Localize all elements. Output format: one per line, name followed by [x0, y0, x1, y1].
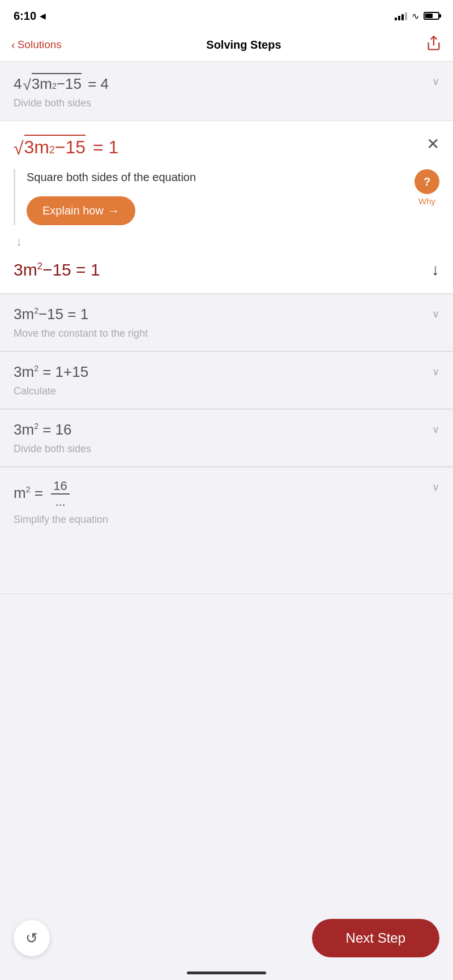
- status-time: 6:10: [14, 10, 36, 23]
- undo-button[interactable]: ↺: [14, 920, 50, 956]
- chevron-down-icon-2: ∨: [432, 308, 439, 320]
- explanation-area: Square both sides of the equation Explai…: [14, 169, 439, 225]
- step-equation-0: 4 √ 3m2−15 = 4: [14, 73, 425, 93]
- step-equation-5: m2 = 16 ...: [14, 479, 425, 509]
- back-chevron-icon: ‹: [11, 38, 15, 51]
- step-item-3[interactable]: 3m2 = 1+15 Calculate ∨: [0, 352, 453, 409]
- step-desc-5: Simplify the equation: [14, 514, 425, 526]
- home-indicator: [187, 972, 266, 974]
- explanation-text: Square both sides of the equation: [27, 169, 405, 185]
- explain-how-button[interactable]: Explain how →: [27, 196, 135, 225]
- result-equation: 3m2−15 = 1: [14, 260, 100, 280]
- step-desc-2: Move the constant to the right: [14, 328, 425, 339]
- step-item-4[interactable]: 3m2 = 16 Divide both sides ∨: [0, 410, 453, 467]
- step-equation-3: 3m2 = 1+15: [14, 363, 425, 381]
- step-item-5[interactable]: m2 = 16 ... Simplify the equation ∨: [0, 467, 453, 594]
- explain-how-label: Explain how: [42, 204, 104, 217]
- arrow-down-container: ↓: [14, 225, 439, 258]
- back-label: Solutions: [18, 38, 62, 51]
- step-desc-4: Divide both sides: [14, 443, 425, 455]
- step-content-5: m2 = 16 ... Simplify the equation: [14, 479, 425, 526]
- step-desc-3: Calculate: [14, 385, 425, 397]
- undo-icon: ↺: [25, 930, 38, 947]
- step-equation-4: 3m2 = 16: [14, 421, 425, 439]
- nav-header: ‹ Solutions Solving Steps: [0, 28, 453, 62]
- step-item-0[interactable]: 4 √ 3m2−15 = 4 Divide both sides ∨: [0, 62, 453, 121]
- step-content-0: 4 √ 3m2−15 = 4 Divide both sides: [14, 73, 425, 109]
- wifi-icon: ∿: [412, 11, 419, 22]
- next-step-label: Next Step: [346, 930, 405, 945]
- page-title: Solving Steps: [206, 38, 281, 51]
- why-button[interactable]: ? Why: [414, 169, 439, 225]
- step-content-3: 3m2 = 1+15 Calculate: [14, 363, 425, 397]
- location-icon: ◀: [40, 11, 46, 20]
- chevron-down-icon-0: ∨: [432, 75, 439, 88]
- share-button[interactable]: [426, 35, 442, 54]
- bottom-bar: ↺ Next Step: [0, 910, 453, 980]
- status-bar: 6:10 ◀ ∿: [0, 0, 453, 28]
- close-button[interactable]: ✕: [426, 135, 439, 153]
- battery-icon: [424, 12, 439, 20]
- step-item-2[interactable]: 3m2−15 = 1 Move the constant to the righ…: [0, 294, 453, 351]
- status-icons: ∿: [395, 11, 439, 22]
- expanded-equation-1: √ 3m2−15 = 1: [14, 135, 118, 158]
- chevron-down-icon-5: ∨: [432, 481, 439, 493]
- chevron-down-icon-3: ∨: [432, 366, 439, 378]
- step-desc-0: Divide both sides: [14, 97, 425, 109]
- back-button[interactable]: ‹ Solutions: [11, 38, 62, 51]
- step-content-4: 3m2 = 16 Divide both sides: [14, 421, 425, 455]
- step-content-2: 3m2−15 = 1 Move the constant to the righ…: [14, 306, 425, 339]
- result-row: 3m2−15 = 1 ↓: [14, 260, 439, 280]
- step-equation-2: 3m2−15 = 1: [14, 306, 425, 323]
- next-step-button[interactable]: Next Step: [312, 919, 439, 957]
- why-label: Why: [418, 196, 435, 206]
- step-item-1: √ 3m2−15 = 1 ✕ Square both sides of the …: [0, 121, 453, 294]
- chevron-down-icon-4: ∨: [432, 423, 439, 436]
- scroll-down-button[interactable]: ↓: [431, 261, 439, 279]
- expanded-top: √ 3m2−15 = 1 ✕: [14, 135, 439, 158]
- explanation-left: Square both sides of the equation Explai…: [14, 169, 405, 225]
- signal-icon: [395, 11, 407, 20]
- why-circle[interactable]: ?: [414, 169, 439, 194]
- explain-how-arrow-icon: →: [108, 204, 119, 217]
- arrow-down-icon: ↓: [16, 234, 22, 249]
